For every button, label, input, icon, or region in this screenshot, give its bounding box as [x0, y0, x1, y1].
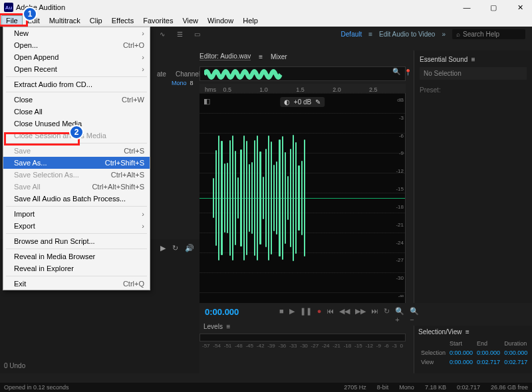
workspace-edit-audio-video[interactable]: Edit Audio to Video [379, 31, 435, 38]
search-help[interactable]: ⌕Search Help [452, 29, 525, 39]
maximize-button[interactable]: ▢ [485, 3, 501, 12]
stop-button[interactable]: ■ [279, 307, 284, 324]
menu-multitrack[interactable]: Multitrack [45, 15, 85, 26]
level-tick: -3 [392, 343, 397, 349]
status-disk-free: 26.86 GB free [491, 384, 528, 391]
level-tick: -18 [344, 343, 352, 349]
zoom-in-button[interactable]: 🔍+ [395, 307, 404, 324]
ruler-tick: 2.0 [332, 86, 369, 93]
menuitem-open[interactable]: Open...Ctrl+O [3, 39, 150, 51]
submenu-arrow-icon: › [142, 222, 144, 230]
menuitem-save-all-audio-as-batch-process[interactable]: Save All Audio as Batch Process... [3, 193, 150, 205]
menu-clip[interactable]: Clip [85, 15, 107, 26]
zoom-out-button[interactable]: 🔍− [410, 307, 419, 324]
play-icon[interactable]: ▶ [160, 244, 166, 252]
db-scale: dB-3-6-9-12-15-18-21-24-27-30-∞ [390, 93, 404, 303]
bottom-panel: 0:00.000 ■ ▶ ❚❚ ● ⏮ ◀◀ ▶▶ ⏭ ↻ 🔍+ 🔍− Leve… [200, 303, 406, 373]
rewind-button[interactable]: ◀◀ [339, 307, 350, 324]
time-ruler[interactable]: hms 0.5 1.0 1.5 2.0 2.5 [200, 84, 406, 93]
menuitem-exit[interactable]: ExitCtrl+Q [3, 278, 150, 290]
close-window-button[interactable]: ✕ [512, 3, 528, 12]
waveform-overview[interactable] [200, 66, 406, 81]
level-tick: -6 [384, 343, 389, 349]
selection-view-title: Selection/View [418, 328, 462, 336]
db-tick: -3 [399, 115, 404, 121]
tab-editor[interactable]: Editor: Audio.wav [200, 52, 251, 60]
multitrack-view-icon[interactable]: ☰ [174, 29, 185, 39]
level-tick: -42 [257, 343, 265, 349]
skip-back-button[interactable]: ⏮ [327, 307, 334, 324]
menuitem-reveal-in-media-browser[interactable]: Reveal in Media Browser [3, 250, 150, 262]
levels-menu-icon[interactable]: ≡ [226, 323, 230, 330]
window-buttons: — ▢ ✕ [459, 3, 528, 12]
levels-meter[interactable] [200, 334, 406, 342]
menu-separator [6, 276, 147, 276]
app-body: 1 New›Open...Ctrl+OOpen Append›Open Rece… [0, 27, 532, 383]
status-bit-depth: 8-bit [377, 384, 389, 391]
loop-icon[interactable]: ↻ [172, 244, 178, 252]
db-tick: -21 [396, 222, 404, 228]
level-tick: -33 [289, 343, 297, 349]
search-placeholder: Search Help [463, 31, 499, 38]
menuitem-import[interactable]: Import› [3, 208, 150, 220]
menuitem-save: SaveCtrl+S [3, 145, 150, 157]
forward-button[interactable]: ▶▶ [355, 307, 366, 324]
panel-menu-icon[interactable]: ≡ [471, 56, 475, 63]
menu-effects[interactable]: Effects [107, 15, 138, 26]
level-tick: -27 [311, 343, 319, 349]
level-tick: -12 [365, 343, 373, 349]
zoom-marker-icon[interactable]: 🔍 [392, 68, 400, 75]
record-button[interactable]: ● [317, 307, 322, 324]
menuitem-export[interactable]: Export› [3, 220, 150, 232]
status-sample-rate: 2705 Hz [344, 384, 366, 391]
timecode-display[interactable]: 0:00.000 [205, 307, 239, 317]
menu-favorites[interactable]: Favorites [138, 15, 178, 26]
menuitem-close[interactable]: CloseCtrl+W [3, 94, 150, 106]
editor-panel-tabs: Editor: Audio.wav ≡ Mixer [200, 50, 287, 62]
submenu-arrow-icon: › [142, 29, 144, 37]
tab-options-icon[interactable]: ≡ [259, 53, 263, 60]
submenu-arrow-icon: › [142, 53, 144, 61]
menu-window[interactable]: Window [203, 15, 238, 26]
menuitem-extract-audio-from-cd[interactable]: Extract Audio from CD... [3, 78, 150, 90]
menu-help[interactable]: Help [238, 15, 263, 26]
autoplay-icon[interactable]: 🔊 [185, 244, 194, 252]
window-title: Adobe Audition [16, 3, 459, 11]
menuitem-browse-and-run-script[interactable]: Browse and Run Script... [3, 235, 150, 247]
bitdepth-label: 8 [190, 80, 194, 86]
hud-gain-tool[interactable]: ◐ +0 dB ✎ [280, 97, 325, 107]
workspace-menu-icon[interactable]: ≡ [368, 31, 372, 38]
menu-file[interactable]: File [1, 15, 23, 26]
play-button[interactable]: ▶ [289, 307, 295, 324]
skip-fwd-button[interactable]: ⏭ [371, 307, 378, 324]
menuitem-close-all[interactable]: Close All [3, 106, 150, 118]
channel-toggle-icon[interactable]: ◧ [203, 97, 210, 106]
menu-separator [6, 143, 147, 144]
waveform-view-icon[interactable]: ∿ [157, 29, 168, 39]
status-duration: 0:02.717 [457, 384, 480, 391]
menuitem-save-as[interactable]: Save As...Ctrl+Shift+S [3, 157, 150, 169]
menu-separator [6, 92, 147, 92]
more-workspaces-icon[interactable]: » [442, 31, 446, 38]
menuitem-open-append[interactable]: Open Append› [3, 51, 150, 63]
pause-button[interactable]: ❚❚ [300, 307, 312, 324]
pin-icon[interactable]: 📍 [404, 69, 412, 76]
menu-view[interactable]: View [178, 15, 203, 26]
status-channels: Mono [399, 384, 414, 391]
level-tick: -51 [224, 343, 232, 349]
level-tick: -45 [245, 343, 253, 349]
menuitem-new[interactable]: New› [3, 27, 150, 39]
menuitem-open-recent[interactable]: Open Recent› [3, 63, 150, 75]
menuitem-reveal-in-explorer[interactable]: Reveal in Explorer [3, 262, 150, 274]
waveform-editor[interactable]: ◐ +0 dB ✎ dB-3-6-9-12-15-18-21-24-27-30-… [200, 93, 406, 303]
workspace-default[interactable]: Default [341, 31, 362, 38]
hud-pin-icon[interactable]: ✎ [315, 98, 321, 106]
selview-menu-icon[interactable]: ≡ [466, 328, 469, 336]
loop-button[interactable]: ↻ [384, 307, 390, 324]
menu-separator [6, 233, 147, 234]
minimize-button[interactable]: — [459, 3, 475, 12]
tab-mixer[interactable]: Mixer [271, 53, 287, 60]
preset-label: Preset: [420, 86, 527, 94]
col-end: End [475, 340, 501, 347]
tool-icon[interactable]: ▭ [192, 29, 202, 39]
